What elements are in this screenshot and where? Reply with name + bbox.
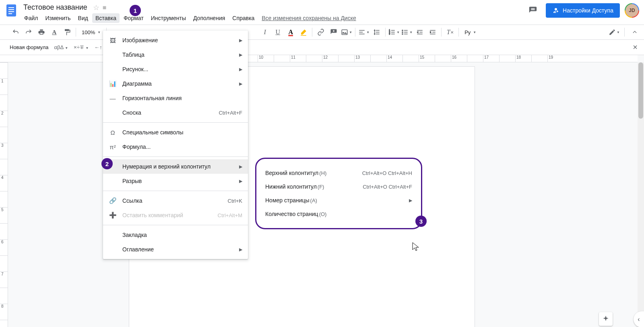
menu-item-label: Специальные символы [122,129,242,136]
insert-menu-item[interactable]: СноскаCtrl+Alt+F [103,105,248,120]
collapse-toolbar-button[interactable] [629,26,641,38]
ruler-mark: 10 [258,55,274,62]
undo-button[interactable] [10,26,22,38]
ruler-mark [0,288,8,304]
print-button[interactable] [35,26,47,38]
scrollbar-thumb[interactable] [638,62,643,119]
insert-menu-item: ➕Оставить комментарийCtrl+Alt+M [103,208,248,222]
italic-button[interactable]: I [259,26,271,38]
insert-link-button[interactable] [315,26,327,38]
submenu-item[interactable]: Нижний колонтитул (F)Ctrl+Alt+O Ctrl+Alt… [265,180,412,193]
highlight-color-button[interactable] [297,26,310,38]
insert-menu-item[interactable]: —Горизонтальная линия [103,91,248,105]
document-title[interactable]: Тестовое название [21,2,90,12]
line-spacing-button[interactable] [371,26,383,38]
menu-item-label: Диаграмма [122,80,233,87]
share-button[interactable]: Настройки Доступа [546,3,620,18]
explore-button[interactable] [599,312,613,326]
new-equation-button[interactable]: Новая формула [10,44,49,50]
insert-menu-item[interactable]: ΩСпециальные символы [103,125,248,140]
increase-indent-button[interactable] [427,26,439,38]
underline-button[interactable]: U [272,26,284,38]
greek-letters-button[interactable]: αβΔ ▼ [54,44,68,50]
menu-item-label: Нумерация и верхний колонтитул [122,163,233,170]
zoom-select[interactable]: 100%▼ [78,26,104,38]
saved-status-link[interactable]: Все изменения сохранены на Диске [262,15,356,21]
toolbar: A 100%▼ I U A ▼ ▼ 123▼ ▼ T✕ Ру▼ ▼ [0,25,644,40]
separator [355,28,355,37]
insert-menu-item[interactable]: Оглавление▶ [103,242,248,257]
submenu-item[interactable]: Номер страницы (A)▶ [265,193,412,207]
numbered-list-button[interactable]: 123▼ [388,26,400,38]
insert-menu-item[interactable]: Нумерация и верхний колонтитул▶ [103,159,248,174]
submenu-item[interactable]: Количество страниц (O) [265,207,412,221]
chevron-down-icon: ▼ [473,31,476,34]
submenu-arrow-icon: ▶ [239,52,242,58]
svg-text:3: 3 [389,33,390,35]
star-icon[interactable]: ☆ [93,3,99,12]
menu-divider [103,156,248,157]
side-panel-toggle[interactable]: ‹ [634,311,644,327]
spellcheck-button[interactable]: A [48,26,60,38]
insert-menu-item[interactable]: Разрыв▶ [103,174,248,188]
svg-rect-1 [8,7,14,8]
menu-help[interactable]: Справка [229,13,258,23]
submenu-accelerator: (H) [319,170,326,176]
submenu-arrow-icon: ▶ [239,164,242,169]
svg-point-10 [402,32,403,33]
insert-menu-item[interactable]: Закладка [103,228,248,242]
ruler-mark: 8 [0,304,8,320]
close-equation-bar-button[interactable]: × [633,43,638,52]
text-color-button[interactable]: A [285,26,297,38]
ruler-mark: 19 [547,55,564,62]
insert-menu-item[interactable]: π²Формула... [103,140,248,154]
submenu-item-label: Верхний колонтитул [265,170,318,176]
menu-addons[interactable]: Дополнения [190,13,228,23]
submenu-item[interactable]: Верхний колонтитул (H)Ctrl+Alt+O Ctrl+Al… [265,166,412,180]
submenu-item-label: Номер страницы [265,197,310,204]
menu-file[interactable]: Файл [21,13,41,23]
insert-comment-button[interactable] [328,26,340,38]
submenu-item-label: Количество страниц [265,211,318,217]
horizontal-ruler[interactable]: 678910111213141516171819 [0,55,638,62]
ruler-mark: 3 [0,143,8,159]
ruler-mark [0,62,8,78]
ruler-mark [306,55,322,62]
docs-logo[interactable] [3,2,19,19]
menu-divider [103,225,248,225]
separator [441,28,442,37]
menu-item-label: Рисунок... [122,66,233,72]
editing-mode-button[interactable]: ▼ [608,26,620,38]
menu-edit[interactable]: Изменить [42,13,74,23]
insert-menu-item[interactable]: 🖼Изображение▶ [103,33,248,47]
decrease-indent-button[interactable] [414,26,426,38]
menu-item-label: Закладка [122,232,242,238]
math-operators-button[interactable]: ×÷∓ ▼ [74,44,89,50]
insert-menu-item[interactable]: Рисунок...▶ [103,62,248,76]
align-button[interactable]: ▼ [358,26,370,38]
submenu-accelerator: (A) [310,197,317,204]
submenu-shortcut: Ctrl+Alt+O Ctrl+Alt+F [363,184,412,190]
insert-menu-item[interactable]: 🔗СсылкаCtrl+K [103,193,248,208]
vertical-ruler[interactable]: 123456789101112131415 [0,62,8,327]
insert-menu-item[interactable]: 📊Диаграмма▶ [103,76,248,91]
redo-button[interactable] [23,26,35,38]
clear-formatting-button[interactable]: T✕ [444,26,456,38]
ruler-mark [467,55,483,62]
annotation-1: 1 [130,5,141,16]
menu-view[interactable]: Вид [75,13,91,23]
ruler-mark: 13 [354,55,370,62]
bulleted-list-button[interactable]: ▼ [401,26,413,38]
ruler-mark [0,320,8,327]
move-to-folder-icon[interactable]: ■ [103,4,107,11]
menu-tools[interactable]: Инструменты [148,13,189,23]
insert-menu-item[interactable]: Таблица▶ [103,47,248,62]
menu-insert[interactable]: Вставка [92,13,120,23]
input-tools-button[interactable]: Ру▼ [461,26,479,38]
paint-format-button[interactable] [61,26,73,38]
account-avatar[interactable]: JD [625,3,639,18]
svg-rect-4 [8,13,12,14]
insert-image-button[interactable]: ▼ [341,26,353,38]
open-comments-button[interactable] [525,2,541,19]
vertical-scrollbar[interactable] [638,62,644,327]
